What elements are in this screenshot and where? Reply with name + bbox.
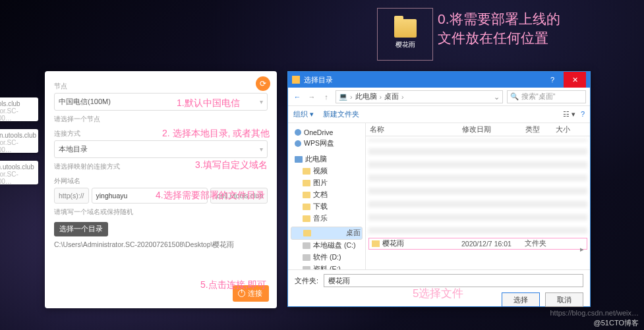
svg-rect-0 xyxy=(292,76,300,84)
ok-button[interactable]: 选择 xyxy=(502,292,540,307)
close-button[interactable]: ✕ xyxy=(564,72,586,88)
dialog-title: 选择目录 xyxy=(304,75,333,85)
organize-menu[interactable]: 组织 ▾ xyxy=(293,109,314,119)
filename-input[interactable]: 樱花雨 xyxy=(324,274,583,287)
folder-icon xyxy=(303,168,310,175)
nav-back-icon[interactable]: ← xyxy=(292,93,303,101)
help-button[interactable]: ? xyxy=(541,72,564,88)
chevron-down-icon[interactable]: ⌄ xyxy=(494,93,500,101)
pc-icon xyxy=(295,156,303,163)
selected-file-row[interactable]: 樱花雨 2020/12/7 16:01 文件夹 ▸ xyxy=(368,238,587,250)
pc-icon: 💻 xyxy=(339,92,347,101)
search-icon: 🔍 xyxy=(510,92,519,101)
filename-label: 文件夹: xyxy=(295,276,318,286)
annotation-5-left: 5.点击连接,即可 xyxy=(200,279,266,291)
nav-forward-icon[interactable]: → xyxy=(307,93,317,101)
recent-tile-3[interactable]: yt.cn.utools.clubstrator.SC-20200… xyxy=(0,161,38,184)
annotation-3: 3.填写自定义域名 xyxy=(195,159,268,171)
drive-icon xyxy=(303,266,310,269)
drive-icon xyxy=(303,254,310,261)
annotation-1: 1.默认中国电信 xyxy=(177,97,240,109)
recent-tile-2[interactable]: 44.cn.utools.clubstrator.SC-20200… xyxy=(0,129,38,153)
folder-icon xyxy=(303,230,311,236)
nav-up-icon[interactable]: ↑ xyxy=(321,93,332,101)
watermark: https://blog.csdn.net/weix… @51CTO博客 xyxy=(550,308,639,327)
folder-icon xyxy=(303,215,310,222)
node-hint: 请选择一个节点 xyxy=(54,115,268,124)
folder-tree[interactable]: OneDrive WPS网盘 此电脑 视频 图片 文档 下载 音乐 桌面 本地磁… xyxy=(288,123,366,269)
dialog-titlebar: 选择目录 ? ✕ xyxy=(288,72,590,88)
tunnel-settings-panel: ⟳ 节点 中国电信(100M)▾ 1.默认中国电信 请选择一个节点 连接方式 本… xyxy=(45,71,277,308)
annotation-5-right: 5选择文件 xyxy=(413,286,463,301)
blurred-file-list xyxy=(368,139,587,234)
new-folder-button[interactable]: 新建文件夹 xyxy=(323,109,359,119)
cloud-icon xyxy=(295,140,301,147)
help-icon[interactable]: ? xyxy=(581,110,585,119)
column-headers[interactable]: 名称 修改日期 类型 大小 xyxy=(366,123,590,136)
cloud-icon xyxy=(295,129,301,136)
folder-icon xyxy=(372,240,380,247)
selected-path: C:\Users\Administrator.SC-202007261508\D… xyxy=(54,240,268,250)
choose-directory-button[interactable]: 选择一个目录 xyxy=(54,222,108,236)
folder-label: 樱花雨 xyxy=(395,40,415,49)
search-input[interactable]: 🔍 搜索"桌面" xyxy=(507,90,586,103)
annotation-4: 4.选择需要部署的文件目录 xyxy=(156,190,265,202)
cancel-button[interactable]: 取消 xyxy=(545,292,583,307)
folder-icon xyxy=(303,192,310,198)
node-label: 节点 xyxy=(54,82,268,91)
chevron-down-icon: ▾ xyxy=(260,146,263,153)
folder-icon xyxy=(303,204,310,210)
domain-label: 外网域名 xyxy=(54,177,268,186)
mode-select[interactable]: 本地目录▾ xyxy=(54,140,268,158)
chevron-down-icon: ▾ xyxy=(260,98,263,105)
annotation-2: 2. 选择本地目录, 或者其他 xyxy=(162,128,270,140)
folder-icon xyxy=(303,180,310,186)
app-icon xyxy=(292,76,300,84)
recent-tile-1[interactable]: .utools.clubstrator.SC-20200… xyxy=(0,97,38,121)
domain-hint: 请填写一个域名或保持随机 xyxy=(54,207,268,217)
view-options-icon[interactable]: ☷ ▾ xyxy=(563,110,575,119)
domain-prefix: http(s):// xyxy=(54,188,89,204)
drive-icon xyxy=(303,242,310,249)
panel-action-icon[interactable]: ⟳ xyxy=(256,76,270,91)
scroll-right-icon[interactable]: ▸ xyxy=(580,245,587,252)
file-dialog: 选择目录 ? ✕ ← → ↑ 💻 ›此电脑 ›桌面 › ⌄ 🔍 搜索"桌面" 组… xyxy=(287,71,591,307)
breadcrumb[interactable]: 💻 ›此电脑 ›桌面 › ⌄ xyxy=(336,90,503,103)
annotation-0: 0.将需要部署上线的 文件放在任何位置 xyxy=(438,9,560,48)
desktop-folder[interactable]: 樱花雨 xyxy=(377,8,433,61)
folder-icon xyxy=(394,19,417,38)
